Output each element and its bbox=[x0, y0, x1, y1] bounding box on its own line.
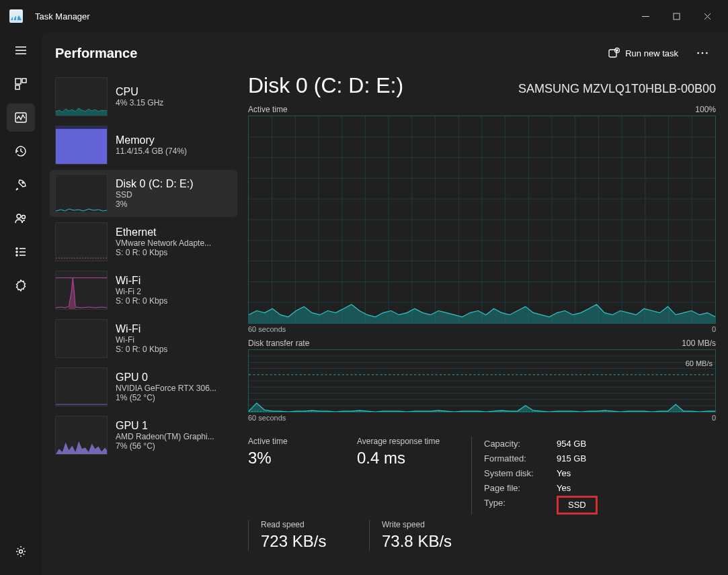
active-time-chart bbox=[248, 116, 716, 324]
processes-nav-icon[interactable] bbox=[7, 70, 35, 98]
svg-rect-21 bbox=[609, 50, 616, 57]
svg-point-27 bbox=[706, 52, 708, 54]
prop-pagefile-value: Yes bbox=[557, 481, 571, 496]
sidebar-item-sub2: S: 0 R: 0 Kbps bbox=[116, 345, 167, 354]
gpu-thumb bbox=[55, 416, 108, 455]
sidebar-item-label: Wi-Fi bbox=[116, 275, 167, 287]
sidebar-item-label: Wi-Fi bbox=[116, 323, 167, 335]
sidebar-item-sub: NVIDIA GeForce RTX 306... bbox=[116, 384, 216, 393]
maximize-button[interactable] bbox=[661, 5, 692, 27]
prop-pagefile-label: Page file: bbox=[484, 481, 544, 496]
prop-capacity-value: 954 GB bbox=[557, 437, 586, 451]
prop-formatted-label: Formatted: bbox=[484, 451, 544, 466]
more-options-button[interactable] bbox=[689, 41, 716, 65]
wifi-thumb bbox=[55, 319, 108, 358]
svg-point-12 bbox=[17, 214, 21, 218]
svg-rect-1 bbox=[674, 13, 680, 19]
svg-point-11 bbox=[22, 182, 24, 183]
stat-write-label: Write speed bbox=[382, 520, 463, 529]
memory-thumb bbox=[55, 126, 108, 165]
cpu-thumb bbox=[55, 77, 108, 116]
disk-title: Disk 0 (C: D: E:) bbox=[248, 73, 403, 98]
svg-point-26 bbox=[702, 52, 704, 54]
sidebar-item-sub: Wi-Fi bbox=[116, 335, 167, 345]
chart2-axis-right: 0 bbox=[712, 414, 716, 422]
page-header: Performance Run new task bbox=[42, 33, 728, 73]
services-nav-icon[interactable] bbox=[7, 271, 35, 300]
sidebar-item-sub: SSD bbox=[116, 190, 194, 200]
prop-type-label: Type: bbox=[484, 496, 544, 515]
svg-rect-7 bbox=[15, 79, 21, 84]
sidebar-item-label: Ethernet bbox=[116, 226, 211, 238]
stat-read-value: 723 KB/s bbox=[261, 532, 349, 551]
run-task-label: Run new task bbox=[625, 48, 678, 58]
sidebar-item-gpu0[interactable]: GPU 0 NVIDIA GeForce RTX 306... 1% (52 °… bbox=[50, 363, 237, 410]
svg-point-25 bbox=[697, 52, 699, 54]
sidebar-item-label: CPU bbox=[116, 86, 163, 98]
svg-point-18 bbox=[16, 255, 17, 256]
wifi-thumb bbox=[55, 271, 108, 310]
svg-point-14 bbox=[16, 248, 17, 249]
disk-properties: Capacity:954 GB Formatted:915 GB System … bbox=[471, 437, 598, 515]
sidebar-item-wifi2[interactable]: Wi-Fi Wi-Fi 2 S: 0 R: 0 Kbps bbox=[50, 267, 237, 314]
stat-avg-resp-value: 0.4 ms bbox=[357, 449, 451, 468]
run-new-task-button[interactable]: Run new task bbox=[600, 42, 686, 64]
nav-rail bbox=[0, 32, 42, 575]
settings-nav-icon[interactable] bbox=[7, 537, 35, 566]
page-title: Performance bbox=[55, 46, 137, 61]
sidebar-item-label: Memory bbox=[116, 134, 187, 146]
sidebar-item-memory[interactable]: Memory 11.4/15.4 GB (74%) bbox=[50, 122, 237, 169]
sidebar-item-gpu1[interactable]: GPU 1 AMD Radeon(TM) Graphi... 7% (56 °C… bbox=[50, 412, 237, 459]
chart2-max: 100 MB/s bbox=[682, 339, 716, 348]
chart2-axis-left: 60 seconds bbox=[248, 414, 286, 422]
window-controls bbox=[630, 5, 723, 27]
sidebar-item-label: GPU 1 bbox=[116, 420, 214, 432]
details-nav-icon[interactable] bbox=[7, 238, 35, 266]
sidebar-item-sub: 11.4/15.4 GB (74%) bbox=[116, 146, 187, 156]
chart1-max: 100% bbox=[695, 105, 716, 114]
disk-model: SAMSUNG MZVLQ1T0HBLB-00B00 bbox=[518, 82, 716, 96]
svg-rect-9 bbox=[15, 85, 19, 89]
users-nav-icon[interactable] bbox=[7, 204, 35, 232]
svg-marker-28 bbox=[56, 108, 107, 116]
minimize-button[interactable] bbox=[630, 5, 661, 27]
main-panel: Disk 0 (C: D: E:) SAMSUNG MZVLQ1T0HBLB-0… bbox=[241, 73, 728, 575]
sidebar-item-sub2: S: 0 R: 0 Kbps bbox=[116, 296, 167, 306]
sidebar-item-disk0[interactable]: Disk 0 (C: D: E:) SSD 3% bbox=[50, 170, 237, 217]
sidebar-item-wifi[interactable]: Wi-Fi Wi-Fi S: 0 R: 0 Kbps bbox=[50, 315, 237, 362]
svg-marker-73 bbox=[249, 403, 715, 412]
startup-nav-icon[interactable] bbox=[7, 171, 35, 199]
gpu-thumb bbox=[55, 367, 108, 406]
svg-rect-29 bbox=[56, 126, 107, 129]
disk-thumb bbox=[55, 174, 108, 213]
prop-type-value-highlight: SSD bbox=[557, 496, 598, 515]
sidebar-item-sub: AMD Radeon(TM) Graphi... bbox=[116, 432, 214, 441]
close-button[interactable] bbox=[692, 5, 723, 27]
sidebar-item-sub2: 7% (56 °C) bbox=[116, 441, 214, 451]
stat-active-time-value: 3% bbox=[248, 449, 342, 468]
prop-formatted-value: 915 GB bbox=[557, 451, 586, 466]
sidebar-item-sub2: 3% bbox=[116, 200, 194, 209]
run-task-icon bbox=[608, 47, 620, 59]
chart1-label: Active time bbox=[248, 105, 288, 114]
svg-point-16 bbox=[16, 251, 17, 253]
svg-marker-34 bbox=[56, 441, 107, 454]
sidebar-item-ethernet[interactable]: Ethernet VMware Network Adapte... S: 0 R… bbox=[50, 218, 237, 265]
app-title: Task Manager bbox=[35, 11, 90, 21]
app-history-nav-icon[interactable] bbox=[7, 137, 35, 165]
title-bar: Task Manager bbox=[0, 0, 728, 32]
prop-capacity-label: Capacity: bbox=[484, 437, 544, 451]
chart2-ref-label: 60 MB/s bbox=[686, 359, 713, 367]
ethernet-thumb bbox=[55, 222, 108, 261]
chart1-axis-left: 60 seconds bbox=[248, 325, 286, 333]
hamburger-button[interactable] bbox=[7, 36, 35, 64]
chart2-label: Disk transfer rate bbox=[248, 339, 309, 348]
performance-nav-icon[interactable] bbox=[7, 103, 35, 132]
svg-point-20 bbox=[19, 550, 23, 554]
sidebar-item-label: Disk 0 (C: D: E:) bbox=[116, 178, 194, 190]
sidebar-item-sub: VMware Network Adapte... bbox=[116, 238, 211, 248]
sidebar-item-cpu[interactable]: CPU 4% 3.15 GHz bbox=[50, 73, 237, 120]
stat-active-time-label: Active time bbox=[248, 437, 342, 446]
prop-sysdisk-value: Yes bbox=[557, 466, 571, 481]
svg-rect-8 bbox=[22, 79, 26, 83]
